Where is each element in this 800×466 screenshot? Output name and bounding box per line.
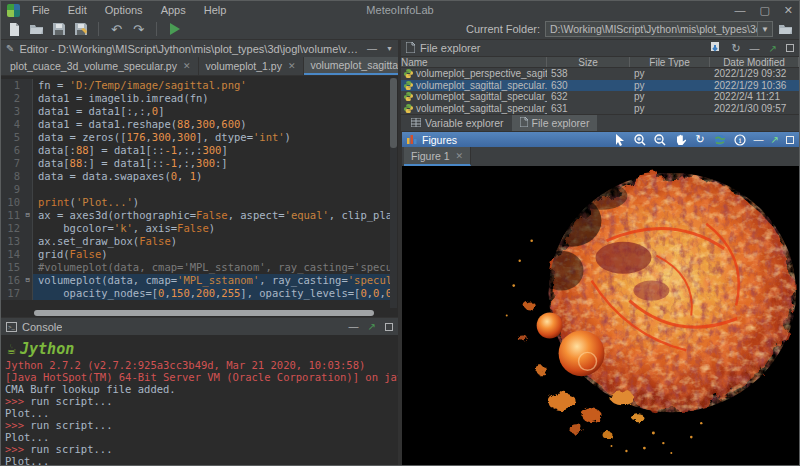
code-text[interactable]: ax = axes3d(orthographic=False, aspect='… <box>33 209 390 222</box>
code-editor[interactable]: 1fn = 'D:/Temp/image/sagittal.png'2data1… <box>1 76 398 317</box>
minimize-button[interactable]: — <box>734 5 745 15</box>
menu-apps[interactable]: Apps <box>161 4 186 16</box>
maximize-button[interactable]: ▢ <box>759 5 769 15</box>
console-minimize-icon[interactable]: — <box>349 321 359 332</box>
current-folder-value[interactable]: D:\Working\MIScript\Jython\mis\plot_type… <box>546 23 757 35</box>
editor-vertical-scrollbar[interactable] <box>390 78 397 308</box>
console-float-icon[interactable]: ↗ <box>368 321 376 332</box>
figures-maximize-icon[interactable] <box>786 136 794 144</box>
column-header[interactable]: Size <box>547 57 630 67</box>
undo-icon[interactable]: ↶ <box>109 22 124 37</box>
code-line[interactable]: 4data1 = data1.reshape(88,300,600) <box>1 118 390 131</box>
tab-close-icon[interactable]: ✕ <box>288 61 296 71</box>
code-line[interactable]: 12 bgcolor='k', axis=False) <box>1 222 390 235</box>
code-line[interactable]: 8data = data.swapaxes(0, 1) <box>1 170 390 183</box>
fold-marker-icon[interactable]: ⊟ <box>23 209 33 222</box>
zoom-in-icon[interactable] <box>634 133 647 146</box>
menu-options[interactable]: Options <box>105 4 143 16</box>
code-text[interactable]: data1 = data1.reshape(88,300,600) <box>33 118 390 131</box>
new-file-icon[interactable] <box>7 22 22 37</box>
figures-minimize-icon[interactable]: — <box>754 134 764 145</box>
code-line[interactable]: 15#volumeplot(data, cmap='MPL_sstanom', … <box>1 261 390 274</box>
code-segment: grid( <box>38 248 70 260</box>
file-explorer-maximize-icon[interactable] <box>786 44 794 52</box>
menu-edit[interactable]: Edit <box>68 4 87 16</box>
column-header[interactable]: Date Modified <box>710 57 799 67</box>
run-icon[interactable] <box>167 22 182 37</box>
code-line[interactable]: 16⊟volumeplot(data, cmap='MPL_sstanom', … <box>1 274 390 287</box>
redo-icon[interactable]: ↷ <box>131 22 146 37</box>
code-line[interactable]: 17 opacity_nodes=[0,150,200,255], opacit… <box>1 287 390 300</box>
code-text[interactable]: data = data.swapaxes(0, 1) <box>33 170 390 183</box>
file-row[interactable]: volumeplot_sagittal_specular_2.py631py20… <box>401 103 799 115</box>
code-text[interactable]: data = zeros([176,300,300], dtype='int') <box>33 131 390 144</box>
file-explorer-float-icon[interactable]: ↗ <box>769 43 777 54</box>
column-header[interactable]: Name <box>401 57 547 67</box>
column-header[interactable]: File Type <box>630 57 710 67</box>
save-icon[interactable] <box>51 22 66 37</box>
zoom-out-icon[interactable] <box>654 133 667 146</box>
figure-tab-close-icon[interactable]: ✕ <box>456 151 464 161</box>
code-text[interactable]: data1 = data1[:,:,0] <box>33 105 390 118</box>
tab-file-explorer[interactable]: File explorer <box>512 115 598 131</box>
code-line[interactable]: 13ax.set_draw_box(False) <box>1 235 390 248</box>
code-text[interactable] <box>33 183 390 196</box>
editor-tab[interactable]: plot_cuace_3d_volume_specular.py✕ <box>3 57 199 75</box>
console-output[interactable]: ☕ Jython Jython 2.7.2 (v2.7.2:925a3cc3b4… <box>1 335 398 465</box>
import-icon[interactable] <box>710 42 722 55</box>
code-line[interactable]: 7data[88:] = data1[::-1,:,300:] <box>1 157 390 170</box>
file-explorer-minimize-icon[interactable]: — <box>750 43 760 54</box>
code-text[interactable]: ax.set_draw_box(False) <box>33 235 390 248</box>
gutter-spacer <box>23 222 33 235</box>
code-line[interactable]: 14grid(False) <box>1 248 390 261</box>
cursor-icon[interactable] <box>614 133 627 146</box>
code-text[interactable]: grid(False) <box>33 248 390 261</box>
figure-canvas[interactable] <box>402 166 799 465</box>
code-line[interactable]: 10print('Plot...') <box>1 196 390 209</box>
close-button[interactable]: ✕ <box>784 5 793 15</box>
code-line[interactable]: 5data = zeros([176,300,300], dtype='int'… <box>1 131 390 144</box>
file-row[interactable]: volumeplot_sagittal_specular.py630py2022… <box>401 80 799 92</box>
file-table-header[interactable]: NameSizeFile TypeDate Modified <box>401 56 799 68</box>
editor-tab[interactable]: volumeplot_1.py✕ <box>199 57 304 75</box>
menu-file[interactable]: File <box>32 4 50 16</box>
code-text[interactable]: volumeplot(data, cmap='MPL_sstanom', ray… <box>33 274 390 287</box>
code-line[interactable]: 6data[:88] = data1[::-1,:,:300] <box>1 144 390 157</box>
pan-hand-icon[interactable] <box>674 133 687 146</box>
editor-menu-icon[interactable]: ▼ <box>386 45 393 52</box>
browse-folder-icon[interactable] <box>778 22 793 37</box>
code-line[interactable]: 9 <box>1 183 390 196</box>
code-line[interactable]: 3data1 = data1[:,:,0] <box>1 105 390 118</box>
save-as-icon[interactable] <box>73 22 88 37</box>
refresh-icon[interactable]: ↻ <box>731 42 740 55</box>
code-text[interactable]: bgcolor='k', axis=False) <box>33 222 390 235</box>
code-line[interactable]: 2data1 = imagelib.imread(fn) <box>1 92 390 105</box>
code-text[interactable]: data[88:] = data1[::-1,:,300:] <box>33 157 390 170</box>
figures-float-icon[interactable]: ↗ <box>771 134 779 145</box>
code-text[interactable]: fn = 'D:/Temp/image/sagittal.png' <box>33 79 390 92</box>
current-folder-combobox[interactable]: D:\Working\MIScript\Jython\mis\plot_type… <box>545 21 773 37</box>
info-icon[interactable]: i <box>734 133 747 146</box>
open-folder-icon[interactable] <box>29 22 44 37</box>
code-text[interactable]: print('Plot...') <box>33 196 390 209</box>
tab-figure-1[interactable]: Figure 1 ✕ <box>404 147 471 166</box>
editor-minimize-icon[interactable]: — <box>367 43 377 54</box>
tab-variable-explorer[interactable]: Variable explorer <box>403 115 512 131</box>
file-row[interactable]: volumeplot_sagittal_specular_1.py632py20… <box>401 91 799 103</box>
code-text[interactable]: data[:88] = data1[::-1,:,:300] <box>33 144 390 157</box>
code-line[interactable]: 11⊟ax = axes3d(orthographic=False, aspec… <box>1 209 390 222</box>
code-text[interactable]: data1 = imagelib.imread(fn) <box>33 92 390 105</box>
chevron-down-icon[interactable]: ▼ <box>757 22 772 36</box>
file-row[interactable]: volumeplot_perspective_sagittal_sp...538… <box>401 68 799 80</box>
code-text[interactable]: #volumeplot(data, cmap='MPL_sstanom', ra… <box>33 261 390 274</box>
editor-horizontal-scrollbar[interactable] <box>34 310 388 316</box>
code-line[interactable]: 1fn = 'D:/Temp/image/sagittal.png' <box>1 79 390 92</box>
fold-marker-icon[interactable]: ⊟ <box>23 274 33 287</box>
rotate-icon[interactable]: ↻ <box>694 133 707 146</box>
code-text[interactable]: opacity_nodes=[0,150,200,255], opacity_l… <box>33 287 390 300</box>
menu-help[interactable]: Help <box>204 4 227 16</box>
console-maximize-icon[interactable] <box>385 323 393 331</box>
globe-icon[interactable] <box>714 133 727 146</box>
code-segment: 'k' <box>114 222 133 234</box>
tab-close-icon[interactable]: ✕ <box>183 61 191 71</box>
